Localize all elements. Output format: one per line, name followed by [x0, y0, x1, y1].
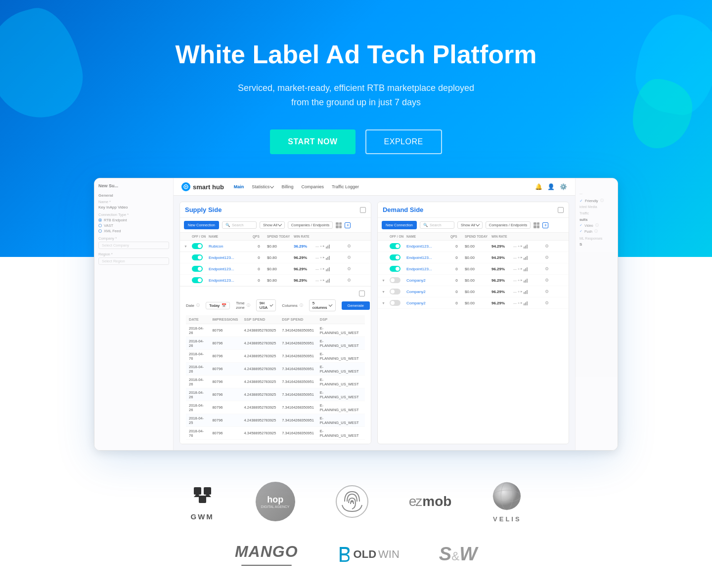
col-dsp-spend: DSP SPEND — [279, 315, 317, 324]
option-rtb[interactable]: RTB Endpoint — [98, 218, 169, 222]
supply-title: Supply Side — [185, 206, 356, 213]
col-winrate: WIN RATE — [294, 235, 313, 238]
generate-button[interactable]: Generate — [342, 301, 370, 310]
supply-toggle-4[interactable] — [192, 277, 203, 283]
grid-view-icon[interactable] — [534, 222, 539, 228]
chevron-down-icon — [476, 222, 480, 226]
option-xml[interactable]: XML Feed — [98, 229, 169, 233]
supply-toggle-3[interactable] — [192, 266, 203, 272]
expand-demand-icon[interactable] — [558, 207, 564, 213]
chart-icon[interactable] — [326, 244, 330, 249]
supply-toggle-rubicon[interactable] — [192, 243, 203, 249]
gear-icon[interactable]: ⚙ — [347, 278, 362, 283]
demand-toggle-company1[interactable] — [390, 277, 400, 283]
gear-icon[interactable]: ⚙ — [347, 266, 362, 271]
gear-icon[interactable]: ⚙ — [545, 289, 560, 294]
logo-mango: MANGO — [235, 543, 298, 566]
col-date: DATE — [186, 315, 209, 324]
collapse-icon[interactable]: ▼ — [184, 245, 190, 248]
search-icon: 🔍 — [423, 223, 428, 227]
demand-row-company2: ▼ Company2 0 $0.00 96.29% — + ▸ — [378, 286, 569, 297]
company-select[interactable]: Select Company — [98, 242, 169, 249]
supply-search[interactable]: 🔍 Search — [222, 221, 257, 229]
start-now-button[interactable]: START NOW — [270, 129, 355, 154]
chart-icon[interactable] — [524, 300, 528, 305]
nav-billing[interactable]: Billing — [281, 184, 293, 189]
region-select[interactable]: Select Region — [98, 257, 169, 265]
timezone-field: Time zone ⓘ — [236, 301, 250, 310]
table-row: 2018-04-26807964.243889527830257.3416426… — [186, 376, 365, 388]
explore-button[interactable]: EXPLORE — [365, 129, 442, 154]
demand-toggle-1[interactable] — [390, 243, 400, 249]
demand-toggle-3[interactable] — [390, 266, 400, 272]
demand-endpoints-btn[interactable]: Companies / Endpoints — [486, 221, 531, 229]
demand-toggle-2[interactable] — [390, 254, 400, 260]
settings-icon[interactable]: ⚙️ — [560, 183, 567, 190]
logo-boldwin: OLD WIN — [338, 545, 400, 564]
gear-icon[interactable]: ⚙ — [545, 266, 560, 271]
close-right-panel[interactable]: ✕ — [579, 182, 618, 188]
supply-show-all[interactable]: Show All — [260, 221, 285, 229]
stats-section: Date ⓘ Today 📅 Time zone ⓘ — [180, 286, 371, 444]
demand-panel-header: Demand Side — [378, 202, 569, 218]
demand-new-connection-button[interactable]: New Connection — [382, 221, 417, 229]
nav-links: Main Statistics Billing Companies Traffi… — [234, 184, 359, 189]
supply-new-connection-button[interactable]: New Connection — [184, 221, 219, 229]
chart-icon[interactable] — [524, 278, 528, 283]
supply-row-3: Endpoint123... 0 $0.80 96.29% — + ▸ ⚙ — [180, 263, 371, 275]
columns-select[interactable]: 5 columns — [309, 299, 336, 311]
chart-icon[interactable] — [524, 244, 528, 249]
demand-search[interactable]: 🔍 Search — [420, 221, 454, 229]
chart-icon[interactable] — [326, 278, 330, 283]
supply-endpoints-btn[interactable]: Companies / Endpoints — [288, 221, 333, 229]
grid-view-icon[interactable] — [336, 222, 342, 228]
chevron-down-icon — [270, 303, 273, 306]
col-spend: SPEND TODAY — [267, 235, 292, 238]
gear-icon[interactable]: ⚙ — [347, 244, 362, 249]
gear-icon[interactable]: ⚙ — [545, 255, 560, 260]
bell-icon[interactable]: 🔔 — [535, 183, 542, 190]
add-demand-icon[interactable]: + — [542, 222, 548, 228]
demand-show-all[interactable]: Show All — [457, 221, 483, 229]
number-s: S — [579, 242, 618, 247]
panels-area: Supply Side New Connection 🔍 Search Show… — [174, 196, 575, 450]
add-icon[interactable]: + — [345, 222, 351, 228]
chart-icon[interactable] — [326, 255, 330, 260]
expand-icon[interactable] — [360, 207, 366, 213]
gear-icon[interactable]: ⚙ — [545, 300, 560, 305]
gear-icon[interactable]: ⚙ — [545, 278, 560, 283]
chevron-down-icon — [278, 222, 282, 226]
supply-row-4: Endpoint123... 0 $0.80 96.29% — + ▸ ⚙ — [180, 275, 371, 286]
gear-icon[interactable]: ⚙ — [545, 244, 560, 249]
option-vast[interactable]: VAST — [98, 223, 169, 228]
nav-traffic-logger[interactable]: Traffic Logger — [332, 184, 359, 189]
timezone-select[interactable]: 9H USA — [256, 299, 276, 311]
supply-toggle-2[interactable] — [192, 254, 203, 260]
chart-icon[interactable] — [524, 289, 528, 294]
laptop-frame: New Su... General Name * Key InApp Video… — [94, 178, 618, 451]
gear-icon[interactable]: ⚙ — [347, 255, 362, 260]
logo-ezmob: ez mob — [409, 494, 452, 509]
blocked-media-label: icted Media — [579, 205, 618, 209]
col-impressions: IMPRESSIONS — [209, 315, 241, 324]
logos-row-1: GWM hop DIGITAL AGENCY ez — [10, 480, 702, 523]
hero-subtitle: Serviced, market-ready, efficient RTB ma… — [10, 81, 702, 110]
date-input[interactable]: Today 📅 — [206, 302, 230, 309]
col-name: NAME — [209, 235, 251, 238]
logo-gwm: GWM — [189, 482, 216, 521]
expand-stats-icon[interactable] — [359, 291, 365, 296]
nav-statistics[interactable]: Statistics — [252, 184, 273, 189]
demand-toggle-company2[interactable] — [390, 289, 400, 294]
demand-toggle-company3[interactable] — [390, 300, 400, 306]
logo-velis: VELIS — [491, 480, 523, 523]
table-row: 2018-04-76807964.345889527839257.3416426… — [186, 427, 365, 440]
nav-companies[interactable]: Companies — [301, 184, 324, 189]
chart-icon[interactable] — [326, 266, 330, 271]
table-row: 2018-04-26807964.243889527839257.3416426… — [186, 401, 365, 414]
user-icon[interactable]: 👤 — [547, 183, 555, 190]
logo-sw: S&W — [439, 544, 477, 565]
nav-main[interactable]: Main — [234, 184, 244, 189]
chart-icon[interactable] — [524, 266, 528, 271]
chart-icon[interactable] — [524, 255, 528, 260]
demand-title: Demand Side — [383, 206, 554, 213]
